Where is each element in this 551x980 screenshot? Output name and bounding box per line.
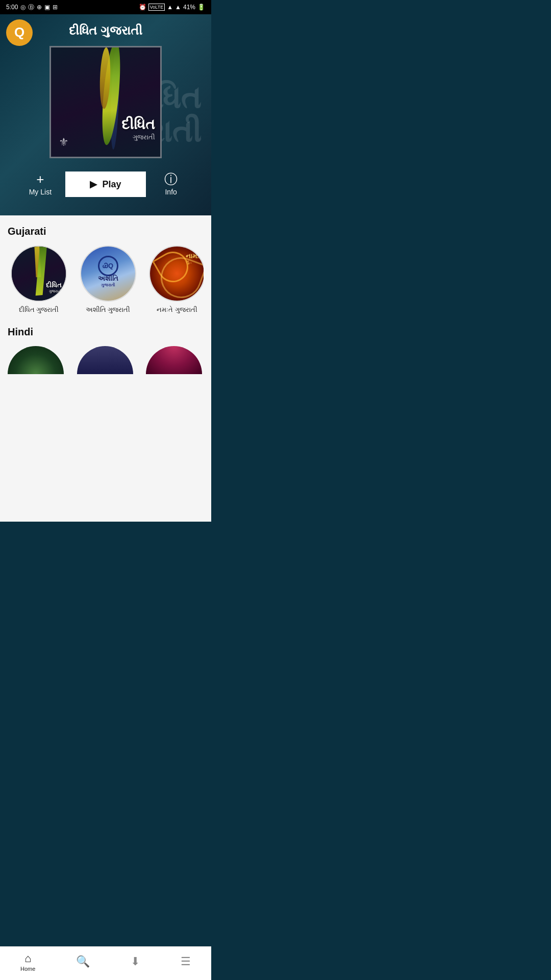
album-circle-ashiti: ᏊQ અશીતિ ગુજરાતી: [80, 246, 136, 302]
album-cover-wrapper: દીધિત ગુજરાતી ⚜: [0, 46, 211, 158]
wifi-icon: ▲: [167, 4, 173, 11]
hindi-section-title: Hindi: [8, 326, 204, 338]
status-right: ⏰ VoLTE ▲ ▲ 41% 🔋: [139, 4, 205, 11]
hindi-album-circle-1: [8, 346, 64, 374]
didhit-emblem: ⚜: [16, 292, 20, 298]
album-circle-namate: નામ: ગુ..: [149, 246, 204, 302]
status-left: 5:00 ◎ Ⓑ ⊕ ▣ ⊞: [6, 3, 58, 12]
play-button[interactable]: ▶ Play: [65, 172, 146, 197]
mylist-label: My List: [29, 188, 52, 196]
gujarati-section-title: Gujarati: [8, 226, 204, 237]
didhit-sub-text: ગુજરાતી: [46, 289, 62, 293]
album-emblem: ⚜: [59, 136, 69, 149]
hindi-section: Hindi: [8, 326, 204, 374]
hindi-album-2-wrapper[interactable]: [77, 346, 139, 374]
album-item-namate[interactable]: નામ: ગુ.. નમઃતે ગુજરાતી: [146, 246, 204, 314]
ashiti-sub-text: ગુજરાતી: [98, 283, 118, 288]
battery-icon: 🔋: [197, 4, 205, 11]
album-text-overlay: દીધિત ગુજરાતી: [121, 116, 155, 141]
hindi-partial-grid: [8, 346, 204, 374]
album-cover[interactable]: દીધિત ગુજરાતી ⚜: [49, 46, 162, 158]
mylist-button[interactable]: + My List: [15, 168, 65, 200]
gujarati-section: Gujarati દીધિત ગુજરાતી ⚜: [8, 226, 204, 314]
app-logo[interactable]: Q: [6, 19, 33, 46]
album-art-subtitle: ગુજરાતી: [121, 133, 155, 141]
signal-icon: ▲: [175, 4, 181, 11]
hindi-album-circle-2: [77, 346, 133, 374]
didhit-art: દીધિત ગુજરાતી ⚜: [12, 247, 66, 301]
ashiti-label: અશીતિ ગુજરાતી: [86, 306, 131, 314]
plus-icon: +: [36, 173, 44, 186]
info-button[interactable]: ⓘ Info: [146, 168, 196, 200]
album-item-didhit[interactable]: દીધિત ગુજરાતી ⚜ દીધિત ગુજરાતી: [8, 246, 70, 314]
hindi-album-circle-3: [146, 346, 202, 374]
didhit-title-text: દીધિત: [46, 281, 62, 289]
album-art-title: દીધિત: [121, 116, 155, 133]
didhit-label: દીધિત ગુજરાતી: [19, 306, 59, 314]
svg-text:Q: Q: [14, 24, 24, 40]
notification-icon-1: ◎: [20, 4, 26, 11]
info-label: Info: [165, 188, 177, 196]
status-bar: 5:00 ◎ Ⓑ ⊕ ▣ ⊞ ⏰ VoLTE ▲ ▲ 41% 🔋: [0, 0, 211, 14]
action-buttons: + My List ▶ Play ⓘ Info: [15, 168, 196, 200]
volte-badge: VoLTE: [148, 4, 165, 11]
namate-title-text: નામ:: [186, 253, 199, 260]
info-icon: ⓘ: [164, 173, 178, 186]
album-item-ashiti[interactable]: ᏊQ અશીતિ ગુજરાતી અશીતિ ગુજરાતી: [77, 246, 139, 314]
gujarati-album-grid: દીધિત ગુજરાતી ⚜ દીધિત ગુજરાતી ᏊQ: [8, 246, 204, 314]
notification-icon-5: ⊞: [53, 4, 58, 11]
ashiti-text: અશીતિ ગુજરાતી: [98, 275, 118, 288]
alarm-icon: ⏰: [139, 4, 146, 11]
album-circle-didhit: દીધિત ગુજરાતી ⚜: [11, 246, 67, 302]
notification-icon-2: Ⓑ: [28, 3, 34, 12]
ashiti-symbol: ᏊQ: [98, 256, 118, 276]
hero-section: ારિધિત ગુજરાતી Q દીધિત ગુજરાતી દીધિત ગુજ…: [0, 14, 211, 215]
namate-sub-text: ગુ..: [186, 260, 199, 265]
hindi-album-3-wrapper[interactable]: [146, 346, 204, 374]
content-area: Gujarati દીધિત ગુજરાતી ⚜: [0, 215, 211, 522]
battery-display: 41%: [183, 4, 195, 11]
didhit-text: દીધિત ગુજરાતી: [46, 281, 62, 293]
hindi-album-1-wrapper[interactable]: [8, 346, 70, 374]
time-display: 5:00: [6, 4, 18, 11]
ashiti-title-text: અશીતિ: [98, 275, 118, 283]
namate-label: નમઃતે ગુજરાતી: [157, 306, 197, 314]
namate-text: નામ: ગુ..: [186, 253, 199, 265]
play-icon: ▶: [90, 179, 97, 190]
notification-icon-3: ⊕: [37, 4, 42, 11]
notification-icon-4: ▣: [44, 4, 50, 11]
album-art: દીધિત ગુજરાતી ⚜: [51, 47, 160, 157]
play-label: Play: [102, 179, 121, 190]
